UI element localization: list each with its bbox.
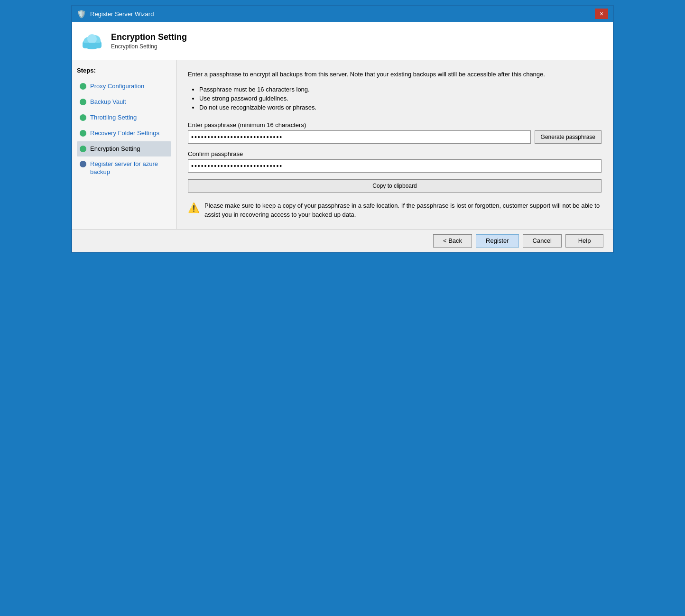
window-title: Register Server Wizard <box>90 10 154 18</box>
generate-passphrase-button[interactable]: Generate passphrase <box>535 130 602 144</box>
sidebar-label-encryption: Encryption Setting <box>90 145 140 153</box>
confirm-label: Confirm passphrase <box>188 150 602 157</box>
confirm-passphrase-input[interactable] <box>188 159 602 173</box>
sidebar-item-proxy-configuration[interactable]: Proxy Configuration <box>77 79 171 94</box>
sidebar-label-recovery: Recovery Folder Settings <box>90 129 159 138</box>
dot-encryption <box>80 146 86 152</box>
cancel-button[interactable]: Cancel <box>523 234 562 248</box>
dot-backup <box>80 99 86 105</box>
bullet-item-2: Use strong password guidelines. <box>199 95 602 102</box>
help-button[interactable]: Help <box>565 234 603 248</box>
wizard-header: Encryption Setting Encryption Setting <box>72 22 613 60</box>
sidebar-label-proxy: Proxy Configuration <box>90 83 144 91</box>
cloud-icon <box>80 28 104 53</box>
sidebar-item-recovery-folder-settings[interactable]: Recovery Folder Settings <box>77 126 171 141</box>
dot-recovery <box>80 130 86 137</box>
app-icon: 🛡️ <box>77 9 86 18</box>
sidebar-item-backup-vault[interactable]: Backup Vault <box>77 94 171 110</box>
bullet-item-3: Do not use recognizable words or phrases… <box>199 104 602 111</box>
dot-proxy <box>80 83 86 90</box>
dot-register <box>80 161 86 167</box>
sidebar-label-register: Register server for azure backup <box>90 160 168 176</box>
sidebar: Steps: Proxy Configuration Backup Vault … <box>72 60 176 229</box>
back-button[interactable]: < Back <box>433 234 472 248</box>
warning-box: ⚠️ Please make sure to keep a copy of yo… <box>188 201 602 220</box>
warning-icon: ⚠️ <box>188 202 200 213</box>
wizard-window: 🛡️ Register Server Wizard × Encryption S… <box>71 5 614 253</box>
header-text: Encryption Setting Encryption Setting <box>111 32 187 50</box>
bullet-list: Passphrase must be 16 characters long. U… <box>188 86 602 113</box>
header-title: Encryption Setting <box>111 32 187 42</box>
passphrase-input[interactable] <box>188 130 531 144</box>
footer: < Back Register Cancel Help <box>72 229 613 252</box>
sidebar-item-register-server[interactable]: Register server for azure backup <box>77 156 171 180</box>
sidebar-item-throttling-setting[interactable]: Throttling Setting <box>77 110 171 126</box>
svg-point-3 <box>87 34 97 44</box>
bullet-item-1: Passphrase must be 16 characters long. <box>199 86 602 93</box>
passphrase-label: Enter passphrase (minimum 16 characters) <box>188 121 602 129</box>
sidebar-label-backup: Backup Vault <box>90 98 126 106</box>
header-subtitle: Encryption Setting <box>111 43 187 50</box>
passphrase-row: Generate passphrase <box>188 130 602 144</box>
warning-text: Please make sure to keep a copy of your … <box>204 201 602 220</box>
dot-throttling <box>80 114 86 121</box>
sidebar-label-throttling: Throttling Setting <box>90 114 137 122</box>
title-bar: 🛡️ Register Server Wizard × <box>72 6 613 22</box>
content-area: Steps: Proxy Configuration Backup Vault … <box>72 60 613 229</box>
title-bar-left: 🛡️ Register Server Wizard <box>77 9 154 18</box>
register-button[interactable]: Register <box>476 234 518 248</box>
sidebar-item-encryption-setting[interactable]: Encryption Setting <box>77 141 171 157</box>
svg-rect-4 <box>83 43 102 48</box>
description-text: Enter a passphrase to encrypt all backup… <box>188 70 602 79</box>
main-panel: Enter a passphrase to encrypt all backup… <box>176 60 613 229</box>
copy-to-clipboard-button[interactable]: Copy to clipboard <box>188 179 602 193</box>
header-icon <box>80 28 104 53</box>
steps-label: Steps: <box>77 67 171 74</box>
close-button[interactable]: × <box>595 9 608 19</box>
